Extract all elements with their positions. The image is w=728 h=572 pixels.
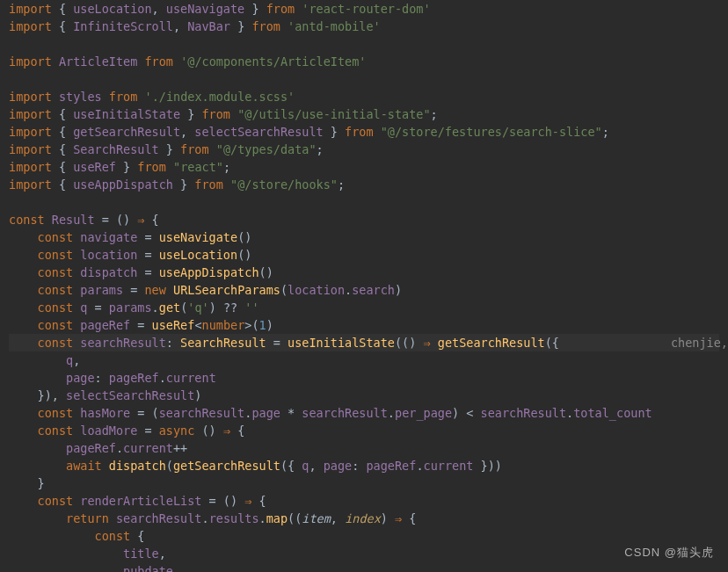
code-line: return searchResult.results.map((item, i… [9, 510, 719, 527]
code-line [9, 193, 719, 211]
code-line: q, [9, 351, 719, 369]
code-line [9, 35, 719, 53]
code-line: pubdate, [9, 562, 719, 572]
code-line: const dispatch = useAppDispatch() [9, 264, 719, 281]
code-line: const hasMore = (searchResult.page * sea… [9, 404, 719, 422]
code-line: import { getSearchResult, selectSearchRe… [9, 123, 719, 141]
code-line: } [9, 474, 719, 492]
code-line: import { useRef } from "react"; [9, 158, 719, 176]
code-line: const loadMore = async () ⇒ { [9, 422, 719, 439]
code-line: const pageRef = useRef<number>(1) [9, 316, 719, 334]
code-line: }), selectSearchResult) [9, 387, 719, 404]
code-line: import styles from './index.module.scss' [9, 88, 719, 105]
code-editor: import { useLocation, useNavigate } from… [0, 0, 728, 572]
code-line: pageRef.current++ [9, 439, 719, 457]
code-line [9, 70, 719, 88]
code-line: const location = useLocation() [9, 246, 719, 264]
code-line: const params = new URLSearchParams(locat… [9, 281, 719, 299]
watermark: CSDN @猫头虎 [624, 544, 714, 561]
code-line: const q = params.get('q') ?? '' [9, 299, 719, 316]
code-line: import { useInitialState } from "@/utils… [9, 105, 719, 123]
code-line: import { useAppDispatch } from "@/store/… [9, 176, 719, 193]
code-line: page: pageRef.current [9, 369, 719, 387]
code-line: title, [9, 545, 719, 562]
code-line: import { SearchResult } from "@/types/da… [9, 141, 719, 158]
code-line: await dispatch(getSearchResult({ q, page… [9, 457, 719, 474]
code-line: import { useLocation, useNavigate } from… [9, 0, 719, 18]
code-line: const renderArticleList = () ⇒ { [9, 492, 719, 510]
code-line: const Result = () ⇒ { [9, 211, 719, 228]
code-line: const { [9, 527, 719, 545]
code-line: const searchResult: SearchResult = useIn… [9, 334, 719, 351]
code-line: import { InfiniteScroll, NavBar } from '… [9, 18, 719, 35]
code-line: const navigate = useNavigate() [9, 228, 719, 246]
code-line: import ArticleItem from '@/components/Ar… [9, 53, 719, 70]
